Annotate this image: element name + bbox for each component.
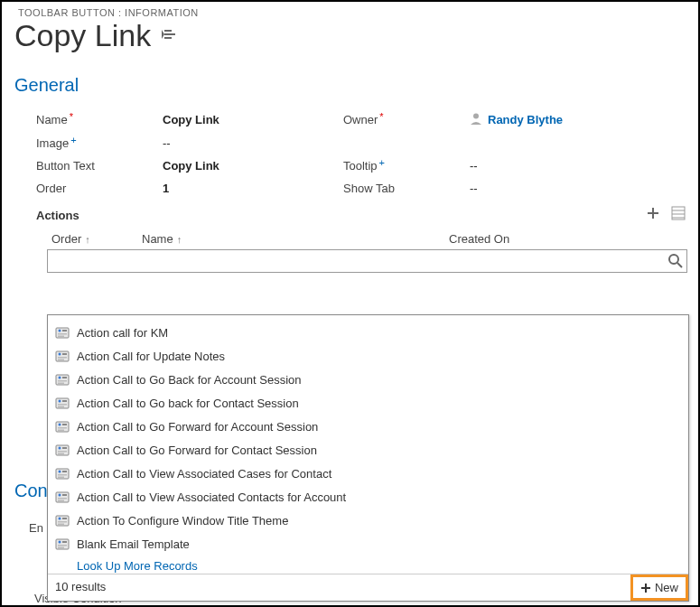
svg-point-24 xyxy=(59,424,61,426)
svg-rect-21 xyxy=(58,404,67,406)
new-label: New xyxy=(655,581,678,594)
svg-rect-20 xyxy=(62,400,67,402)
lookup-item-label: Action Call to Go back for Contact Sessi… xyxy=(77,397,299,410)
lookup-item[interactable]: Action Call to View Associated Cases for… xyxy=(51,462,685,485)
svg-point-39 xyxy=(59,494,61,497)
lookup-item[interactable]: Action Call to Go back for Contact Sessi… xyxy=(51,391,685,415)
action-call-icon xyxy=(55,513,70,528)
value-show-tab[interactable]: -- xyxy=(470,182,650,195)
lookup-item-label: Blank Email Template xyxy=(77,537,190,551)
lookup-input[interactable] xyxy=(47,249,687,273)
svg-rect-27 xyxy=(58,430,64,432)
lookup-item-label: Action To Configure Window Title Theme xyxy=(77,514,288,528)
lookup-item[interactable]: Action To Configure Window Title Theme xyxy=(51,509,685,532)
svg-rect-15 xyxy=(62,377,67,378)
section-conditions-partial: Con xyxy=(14,481,48,501)
svg-point-0 xyxy=(473,114,479,119)
svg-rect-37 xyxy=(58,477,64,479)
action-call-icon xyxy=(55,466,70,481)
action-call-icon xyxy=(55,349,70,363)
label-name: Name* xyxy=(36,113,163,126)
svg-point-2 xyxy=(669,255,678,264)
search-icon[interactable] xyxy=(667,253,684,272)
svg-point-49 xyxy=(59,541,61,544)
action-call-icon xyxy=(55,372,70,387)
actions-label: Actions xyxy=(36,209,79,222)
svg-rect-6 xyxy=(58,333,67,335)
svg-rect-36 xyxy=(58,474,67,476)
action-call-icon xyxy=(55,490,70,504)
value-name[interactable]: Copy Link xyxy=(163,113,343,126)
svg-rect-47 xyxy=(58,524,64,526)
lookup-item[interactable]: Action Call for Update Notes xyxy=(51,344,685,368)
value-order[interactable]: 1 xyxy=(163,182,343,195)
lookup-item-label: Action Call to Go Forward for Account Se… xyxy=(77,420,318,434)
svg-point-44 xyxy=(59,518,61,520)
svg-point-29 xyxy=(59,447,61,450)
col-created[interactable]: Created On xyxy=(449,232,593,246)
value-image[interactable]: -- xyxy=(163,136,343,150)
lookup-item-label: Action Call to Go Back for Account Sessi… xyxy=(77,373,302,387)
svg-rect-51 xyxy=(58,545,67,546)
action-call-icon xyxy=(55,537,70,551)
lookup-item[interactable]: Action Call to Go Back for Account Sessi… xyxy=(51,368,685,391)
action-call-icon xyxy=(55,396,70,410)
svg-rect-32 xyxy=(58,453,64,455)
label-image: Image+ xyxy=(36,136,163,150)
add-icon[interactable] xyxy=(646,206,660,225)
col-name[interactable]: Name↑ xyxy=(142,232,449,246)
col-order[interactable]: Order↑ xyxy=(51,232,142,246)
section-general: General xyxy=(2,62,698,103)
lookup-dropdown: Action call for KMAction Call for Update… xyxy=(47,314,689,602)
action-call-icon xyxy=(55,419,70,434)
user-icon xyxy=(470,112,482,127)
svg-rect-16 xyxy=(58,380,67,382)
svg-rect-26 xyxy=(58,427,67,429)
lookup-item[interactable]: Action call for KM xyxy=(51,321,685,344)
lookup-item[interactable]: Blank Email Template xyxy=(51,532,685,556)
svg-rect-17 xyxy=(58,383,64,385)
owner-link[interactable]: Randy Blythe xyxy=(488,113,563,126)
lookup-box xyxy=(47,249,687,273)
svg-rect-42 xyxy=(58,500,64,502)
svg-rect-10 xyxy=(62,353,67,355)
look-up-more-link[interactable]: Look Up More Records xyxy=(51,556,685,574)
label-show-tab: Show Tab xyxy=(343,182,470,195)
svg-rect-52 xyxy=(58,547,64,549)
action-call-icon xyxy=(55,325,70,340)
svg-point-9 xyxy=(59,353,61,356)
value-owner[interactable]: Randy Blythe xyxy=(470,112,650,127)
svg-rect-11 xyxy=(58,357,67,359)
svg-rect-46 xyxy=(58,521,67,523)
label-order: Order xyxy=(36,182,163,195)
lookup-item-label: Action call for KM xyxy=(77,326,168,340)
svg-rect-5 xyxy=(62,330,67,332)
title-row: Copy Link xyxy=(2,18,698,62)
svg-rect-40 xyxy=(62,494,67,496)
lookup-item[interactable]: Action Call to Go Forward for Contact Se… xyxy=(51,438,685,462)
lookup-footer: 10 results New xyxy=(48,574,688,601)
page-title: Copy Link xyxy=(14,18,151,53)
label-tooltip: Tooltip+ xyxy=(343,159,470,173)
actions-header: Actions xyxy=(2,201,698,225)
grid-icon[interactable] xyxy=(671,206,686,225)
value-button-text[interactable]: Copy Link xyxy=(163,159,343,173)
lookup-item-label: Action Call to Go Forward for Contact Se… xyxy=(77,444,317,457)
title-menu-icon[interactable] xyxy=(160,24,180,47)
svg-point-34 xyxy=(59,471,61,473)
lookup-item[interactable]: Action Call to View Associated Contacts … xyxy=(51,485,685,509)
sort-asc-icon: ↑ xyxy=(85,234,90,245)
svg-point-14 xyxy=(59,377,61,379)
svg-rect-22 xyxy=(58,406,64,408)
new-button[interactable]: New xyxy=(630,574,688,601)
lookup-item-label: Action Call to View Associated Cases for… xyxy=(77,467,331,481)
svg-rect-31 xyxy=(58,451,67,453)
svg-rect-30 xyxy=(62,447,67,449)
lookup-list[interactable]: Action call for KMAction Call for Update… xyxy=(48,315,688,574)
svg-point-19 xyxy=(59,400,61,403)
lookup-item[interactable]: Action Call to Go Forward for Account Se… xyxy=(51,415,685,438)
results-count: 10 results xyxy=(48,574,106,601)
value-tooltip[interactable]: -- xyxy=(470,159,650,173)
actions-tools xyxy=(646,206,686,225)
window: TOOLBAR BUTTON : INFORMATION Copy Link G… xyxy=(0,0,700,607)
